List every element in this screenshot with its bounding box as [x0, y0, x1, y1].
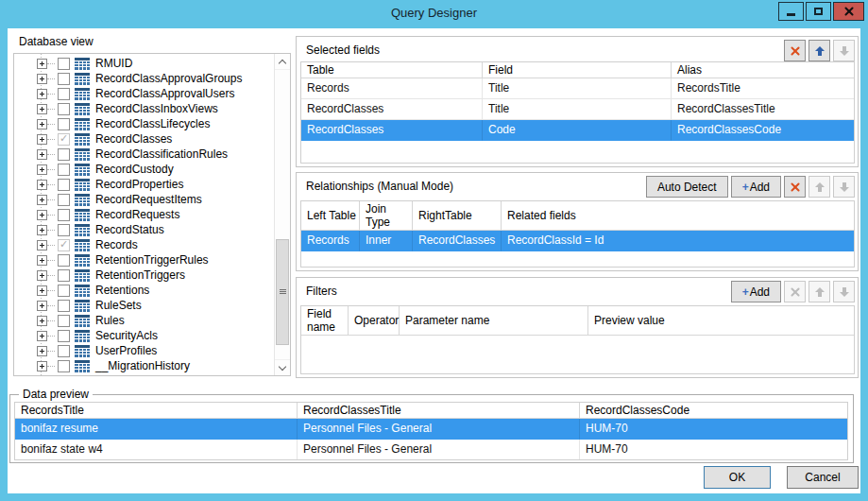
table-checkbox[interactable] — [58, 164, 70, 176]
table-checkbox[interactable] — [58, 330, 70, 342]
column-header-related-fields[interactable]: Related fields — [502, 201, 854, 231]
table-checkbox[interactable] — [58, 285, 70, 297]
table-checkbox[interactable] — [58, 194, 70, 206]
expand-icon[interactable] — [37, 89, 47, 99]
table-checkbox[interactable] — [58, 224, 70, 236]
move-filter-down-button[interactable] — [833, 281, 855, 302]
move-field-up-button[interactable] — [808, 40, 830, 61]
delete-field-button[interactable] — [784, 40, 806, 61]
column-header-preview-value[interactable]: Preview value — [588, 306, 854, 336]
table-checkbox[interactable] — [58, 315, 70, 327]
maximize-button[interactable] — [806, 2, 831, 21]
database-table-item[interactable]: RecordClassApprovalUsers — [14, 86, 274, 101]
database-table-item[interactable]: RecordClassificationRules — [14, 147, 274, 162]
expand-icon[interactable] — [37, 346, 47, 356]
database-table-item[interactable]: RetentionTriggers — [14, 268, 274, 283]
expand-icon[interactable] — [37, 74, 47, 84]
scroll-up-button[interactable] — [275, 54, 290, 70]
database-table-item[interactable]: Retentions — [14, 283, 274, 298]
table-checkbox[interactable] — [58, 239, 70, 251]
database-table-item[interactable]: RecordStatus — [14, 222, 274, 237]
column-header-alias[interactable]: Alias — [672, 62, 854, 78]
data-preview-row[interactable]: bonifaz state w4 Personnel Files - Gener… — [15, 440, 847, 460]
move-filter-up-button[interactable] — [808, 281, 830, 302]
ok-button[interactable]: OK — [704, 466, 771, 489]
column-header-records-title[interactable]: RecordsTitle — [15, 403, 298, 419]
column-header-field-name[interactable]: Field name — [301, 306, 349, 336]
minimize-button[interactable] — [778, 2, 804, 21]
scroll-thumb[interactable] — [276, 239, 289, 345]
database-table-item[interactable]: Records — [14, 237, 274, 252]
database-table-item[interactable]: RecordCustody — [14, 162, 274, 177]
table-checkbox[interactable] — [58, 179, 70, 191]
cancel-button[interactable]: Cancel — [787, 466, 859, 489]
database-table-item[interactable]: RuleSets — [14, 298, 274, 313]
expand-icon[interactable] — [37, 240, 47, 250]
table-checkbox[interactable] — [58, 269, 70, 282]
database-table-item[interactable] — [14, 373, 274, 375]
tree-scrollbar[interactable] — [274, 54, 290, 375]
database-table-item[interactable]: RecordClassLifecycles — [14, 116, 274, 131]
table-checkbox[interactable] — [58, 148, 70, 161]
selected-field-row[interactable]: Records Title RecordsTitle — [301, 78, 854, 99]
expand-icon[interactable] — [37, 301, 47, 311]
table-checkbox[interactable] — [58, 360, 70, 372]
expand-icon[interactable] — [37, 119, 47, 130]
expand-icon[interactable] — [37, 225, 47, 235]
expand-icon[interactable] — [37, 316, 47, 326]
add-filter-button[interactable]: +Add — [731, 281, 781, 302]
selected-field-row[interactable]: RecordClasses Code RecordClassesCode — [301, 120, 854, 141]
database-table-item[interactable]: RecordRequestItems — [14, 192, 274, 207]
table-checkbox[interactable] — [58, 58, 70, 70]
expand-icon[interactable] — [37, 195, 47, 205]
column-header-record-classes-code[interactable]: RecordClassesCode — [580, 403, 847, 419]
database-table-item[interactable]: RecordClassInboxViews — [14, 101, 274, 116]
table-checkbox[interactable] — [58, 300, 70, 312]
column-header-right-table[interactable]: RightTable — [413, 201, 502, 231]
database-table-item[interactable]: UserProfiles — [14, 343, 274, 358]
column-header-table[interactable]: Table — [301, 62, 483, 78]
expand-icon[interactable] — [37, 104, 47, 114]
auto-detect-button[interactable]: Auto Detect — [646, 176, 728, 198]
column-header-left-table[interactable]: Left Table — [301, 201, 360, 231]
table-checkbox[interactable] — [58, 345, 70, 357]
titlebar[interactable]: Query Designer — [0, 0, 868, 28]
delete-relationship-button[interactable] — [784, 176, 806, 198]
table-checkbox[interactable] — [58, 103, 70, 115]
database-table-item[interactable]: RecordRequests — [14, 207, 274, 222]
database-table-item[interactable]: SecurityAcls — [14, 328, 274, 343]
table-checkbox[interactable] — [58, 133, 70, 146]
table-checkbox[interactable] — [58, 254, 70, 267]
table-checkbox[interactable] — [58, 73, 70, 85]
column-header-field[interactable]: Field — [483, 62, 672, 78]
table-checkbox[interactable] — [58, 88, 70, 100]
expand-icon[interactable] — [37, 180, 47, 190]
close-button[interactable] — [833, 2, 864, 21]
expand-icon[interactable] — [37, 270, 47, 281]
selected-field-row[interactable]: RecordClasses Title RecordClassesTitle — [301, 99, 854, 120]
expand-icon[interactable] — [37, 331, 47, 341]
relationship-row[interactable]: Records Inner RecordClasses RecordClassI… — [301, 231, 854, 251]
expand-icon[interactable] — [37, 285, 47, 296]
column-header-join-type[interactable]: Join Type — [360, 201, 413, 231]
database-table-item[interactable]: RecordProperties — [14, 177, 274, 192]
expand-icon[interactable] — [37, 59, 47, 69]
move-field-down-button[interactable] — [833, 40, 855, 61]
database-table-item[interactable]: RMUID — [14, 56, 274, 71]
expand-icon[interactable] — [37, 149, 47, 160]
delete-filter-button[interactable] — [784, 281, 806, 302]
scroll-down-button[interactable] — [275, 359, 290, 375]
column-header-parameter-name[interactable]: Parameter name — [400, 306, 588, 336]
database-table-item[interactable]: RecordClasses — [14, 131, 274, 147]
database-table-item[interactable]: Rules — [14, 313, 274, 328]
column-header-operator[interactable]: Operator — [349, 306, 400, 336]
table-checkbox[interactable] — [58, 209, 70, 221]
expand-icon[interactable] — [37, 164, 47, 175]
move-relationship-up-button[interactable] — [808, 176, 830, 198]
table-checkbox[interactable] — [58, 375, 70, 376]
expand-icon[interactable] — [37, 210, 47, 220]
database-table-item[interactable]: RetentionTriggerRules — [14, 252, 274, 268]
database-table-item[interactable]: __MigrationHistory — [14, 358, 274, 373]
table-checkbox[interactable] — [58, 118, 70, 130]
data-preview-row[interactable]: bonifaz resume Personnel Files - General… — [15, 419, 847, 440]
